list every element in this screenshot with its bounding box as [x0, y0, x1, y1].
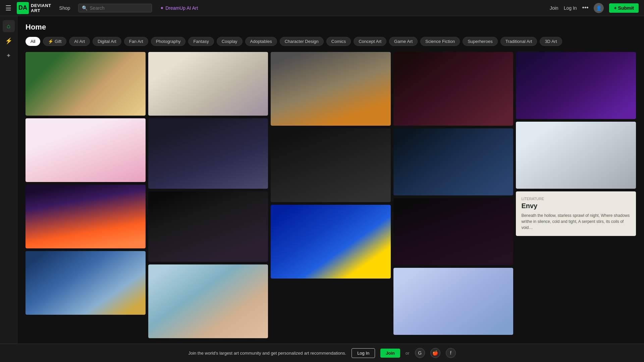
category-pill-comics[interactable]: Comics — [326, 37, 351, 46]
art-item[interactable] — [393, 268, 514, 335]
art-item[interactable] — [25, 251, 146, 315]
banner-text: Join the world's largest art community a… — [188, 351, 346, 356]
art-image — [25, 52, 146, 116]
art-item[interactable] — [393, 52, 514, 126]
banner-login-button[interactable]: Log In — [352, 348, 375, 358]
category-pill-superheroes[interactable]: Superheroes — [463, 37, 497, 46]
top-navigation: ☰ DA DEVIANTART Shop 🔍 ✦ DreamUp AI Art … — [0, 0, 644, 16]
art-image — [516, 122, 636, 189]
search-box: 🔍 — [78, 4, 152, 12]
art-image — [148, 264, 268, 338]
dreamup-label: ✦ DreamUp AI Art — [160, 5, 198, 11]
literature-text: Beneath the hollow, starless sprawl of n… — [521, 213, 631, 231]
category-pill-digital-art[interactable]: Digital Art — [93, 37, 121, 46]
art-item[interactable] — [148, 191, 268, 262]
art-item[interactable] — [393, 128, 514, 195]
art-image — [271, 205, 391, 279]
search-input[interactable] — [90, 5, 148, 11]
category-pill-cosplay[interactable]: Cosplay — [217, 37, 243, 46]
literature-card-item[interactable]: Literature Envy Beneath the hollow, star… — [516, 191, 636, 236]
art-image — [393, 52, 514, 126]
literature-card: Literature Envy Beneath the hollow, star… — [516, 191, 636, 236]
sidebar-sparkle[interactable]: ✦ — [3, 50, 15, 62]
category-pill-photography[interactable]: Photography — [151, 37, 186, 46]
apple-login-button[interactable]: 🍎 — [430, 348, 440, 358]
art-image — [516, 52, 636, 119]
art-item[interactable] — [393, 198, 514, 265]
category-pill-game-art[interactable]: Game Art — [389, 37, 418, 46]
login-link[interactable]: Log In — [564, 5, 577, 11]
category-pills: All⚡ GiftAI ArtDigital ArtFan ArtPhotogr… — [25, 37, 636, 46]
literature-title: Envy — [521, 202, 631, 210]
art-item[interactable] — [271, 205, 391, 279]
search-icon: 🔍 — [82, 5, 88, 11]
bottom-banner: Join the world's largest art community a… — [0, 344, 644, 362]
art-image — [148, 118, 268, 189]
art-item[interactable] — [148, 52, 268, 116]
art-image — [271, 52, 391, 126]
art-item[interactable] — [516, 52, 636, 119]
art-image — [393, 128, 514, 195]
google-login-button[interactable]: G — [415, 348, 425, 358]
sidebar-lightning[interactable]: ⚡ — [3, 35, 15, 47]
art-item[interactable] — [148, 264, 268, 338]
category-pill-concept-art[interactable]: Concept Art — [354, 37, 386, 46]
category-pill-gift[interactable]: ⚡ Gift — [43, 37, 66, 46]
art-image — [271, 128, 391, 202]
art-item[interactable] — [271, 128, 391, 202]
art-image — [25, 251, 146, 315]
banner-join-button[interactable]: Join — [380, 349, 400, 358]
menu-button[interactable]: ☰ — [5, 4, 11, 12]
art-image — [148, 191, 268, 262]
category-pill-traditional-art[interactable]: Traditional Art — [500, 37, 537, 46]
art-image — [25, 185, 146, 248]
art-item[interactable] — [25, 118, 146, 182]
art-item[interactable] — [271, 52, 391, 126]
logo-icon: DA — [17, 2, 29, 14]
banner-or: or — [406, 351, 410, 356]
more-button[interactable]: ••• — [582, 4, 589, 11]
art-item[interactable] — [25, 52, 146, 116]
main-content: Home All⚡ GiftAI ArtDigital ArtFan ArtPh… — [17, 16, 644, 362]
sidebar: ⌂ ⚡ ✦ — [0, 16, 17, 362]
art-image — [393, 268, 514, 335]
category-pill-adoptables[interactable]: Adoptables — [245, 37, 277, 46]
facebook-login-button[interactable]: f — [446, 348, 456, 358]
art-image — [393, 198, 514, 265]
art-item[interactable] — [516, 122, 636, 189]
art-item[interactable] — [25, 185, 146, 248]
category-pill-3d-art[interactable]: 3D Art — [540, 37, 562, 46]
shop-link[interactable]: Shop — [57, 5, 73, 11]
dreamup-link[interactable]: ✦ DreamUp AI Art — [160, 5, 198, 11]
art-item[interactable] — [148, 118, 268, 189]
nav-right: Join Log In ••• 👤 + Submit — [550, 3, 639, 13]
page-title: Home — [25, 23, 636, 32]
category-pill-character-design[interactable]: Character Design — [280, 37, 324, 46]
category-pill-ai-art[interactable]: AI Art — [69, 37, 90, 46]
logo[interactable]: DA DEVIANTART — [17, 2, 51, 14]
join-link[interactable]: Join — [550, 5, 558, 11]
submit-button[interactable]: + Submit — [609, 3, 639, 13]
category-pill-all[interactable]: All — [25, 37, 40, 46]
art-grid: Literature Envy Beneath the hollow, star… — [25, 52, 636, 338]
art-image — [25, 118, 146, 182]
category-pill-fantasy[interactable]: Fantasy — [188, 37, 214, 46]
category-pill-science-fiction[interactable]: Science Fiction — [420, 37, 460, 46]
avatar[interactable]: 👤 — [594, 3, 604, 13]
literature-label: Literature — [521, 197, 631, 201]
logo-text: DEVIANTART — [31, 3, 51, 13]
category-pill-fan-art[interactable]: Fan Art — [124, 37, 148, 46]
art-image — [148, 52, 268, 116]
sidebar-home[interactable]: ⌂ — [3, 20, 15, 32]
